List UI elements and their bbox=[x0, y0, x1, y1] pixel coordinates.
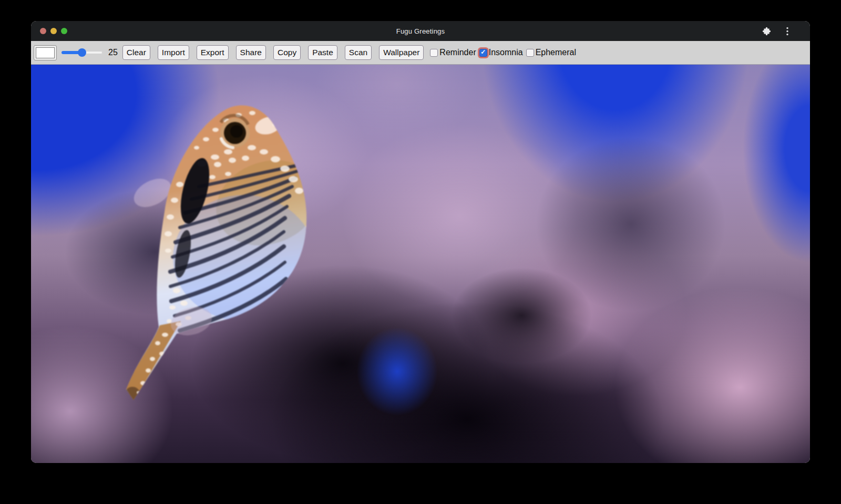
titlebar: Fugu Greetings bbox=[31, 21, 810, 41]
desktop-background: Fugu Greetings bbox=[0, 0, 841, 504]
puzzle-icon bbox=[762, 27, 771, 36]
clear-button[interactable]: Clear bbox=[122, 45, 150, 60]
close-button[interactable] bbox=[40, 28, 46, 34]
scan-button[interactable]: Scan bbox=[345, 45, 372, 60]
slider-thumb[interactable] bbox=[78, 48, 86, 57]
extensions-icon[interactable] bbox=[762, 27, 771, 36]
checkbox-ephemeral[interactable]: Ephemeral bbox=[526, 48, 576, 57]
color-picker[interactable] bbox=[34, 45, 57, 60]
slider-value: 25 bbox=[108, 48, 118, 57]
wallpaper-button[interactable]: Wallpaper bbox=[379, 45, 424, 60]
titlebar-actions bbox=[762, 21, 788, 41]
checkbox-insomnia[interactable]: Insomnia bbox=[479, 48, 523, 57]
share-button[interactable]: Share bbox=[236, 45, 266, 60]
insomnia-checkbox-box[interactable] bbox=[479, 49, 487, 57]
ephemeral-checkbox-box[interactable] bbox=[526, 49, 534, 57]
import-button[interactable]: Import bbox=[158, 45, 189, 60]
pufferfish-image bbox=[118, 95, 324, 410]
zoom-button[interactable] bbox=[61, 28, 67, 34]
kebab-dots-icon bbox=[786, 27, 788, 36]
ephemeral-checkbox-label: Ephemeral bbox=[536, 48, 576, 57]
paste-button[interactable]: Paste bbox=[308, 45, 337, 60]
brush-size-slider[interactable] bbox=[61, 48, 102, 57]
app-window: Fugu Greetings bbox=[31, 21, 810, 463]
toolbar: 25 Clear Import Export Share Copy Paste … bbox=[31, 41, 810, 65]
copy-button[interactable]: Copy bbox=[273, 45, 301, 60]
checkbox-reminder[interactable]: Reminder bbox=[430, 48, 476, 57]
drawing-canvas[interactable] bbox=[31, 65, 810, 463]
overflow-menu-icon[interactable] bbox=[786, 27, 788, 36]
reminder-checkbox-box[interactable] bbox=[430, 49, 438, 57]
reminder-checkbox-label: Reminder bbox=[439, 48, 476, 57]
traffic-lights bbox=[31, 28, 67, 34]
window-title: Fugu Greetings bbox=[31, 27, 810, 35]
color-picker-swatch bbox=[36, 47, 55, 58]
insomnia-checkbox-label: Insomnia bbox=[489, 48, 523, 57]
minimize-button[interactable] bbox=[50, 28, 57, 34]
export-button[interactable]: Export bbox=[197, 45, 229, 60]
